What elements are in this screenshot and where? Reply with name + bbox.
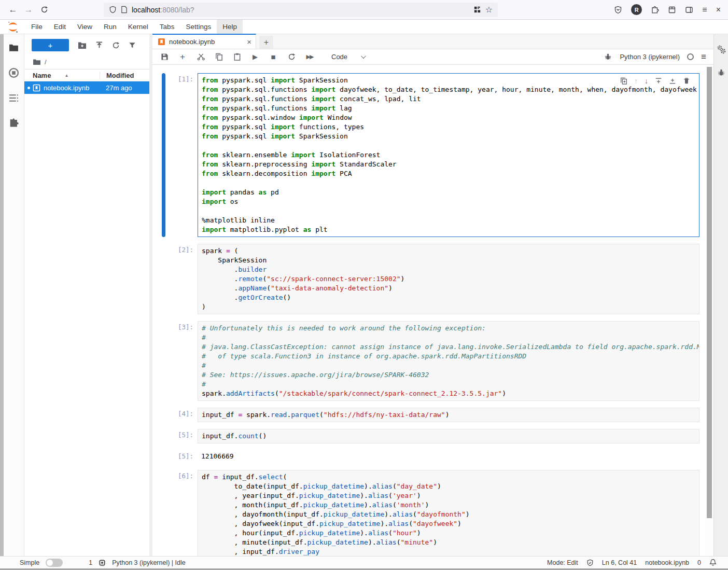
page-info-icon[interactable] (121, 6, 128, 13)
duplicate-cell-icon[interactable] (620, 77, 627, 85)
table-of-contents-icon[interactable] (9, 94, 19, 102)
save-icon[interactable] (160, 53, 169, 61)
cell-collapser[interactable] (162, 470, 165, 556)
code-editor[interactable]: input_df = spark.read.parquet("hdfs://hd… (198, 408, 699, 422)
move-cell-up-icon[interactable]: ↑ (634, 77, 638, 85)
extension-manager-icon[interactable] (9, 118, 19, 127)
code-cell: [1]:from pyspark.sql import SparkSession… (152, 73, 706, 237)
cut-cells-icon[interactable] (196, 53, 205, 61)
menu-help[interactable]: Help (217, 20, 243, 34)
menu-edit[interactable]: Edit (48, 20, 72, 34)
copy-cells-icon[interactable] (214, 53, 223, 61)
bell-icon[interactable] (709, 559, 717, 566)
cell-collapser[interactable] (162, 321, 165, 401)
code-editor[interactable]: # Unfortunately this is needed to work a… (198, 321, 699, 401)
chevron-down-icon (361, 53, 366, 59)
property-inspector-icon[interactable] (717, 45, 726, 54)
refresh-icon[interactable] (112, 41, 120, 49)
move-cell-down-icon[interactable]: ↓ (645, 77, 648, 85)
run-cell-icon[interactable]: ▶ (250, 53, 260, 61)
cell-output: 12106669 (198, 450, 699, 463)
reload-icon[interactable] (36, 3, 52, 17)
cell-collapser[interactable] (162, 450, 165, 463)
cell-collapser[interactable] (162, 73, 165, 237)
container-box-icon[interactable] (668, 6, 676, 14)
notification-count[interactable]: 0 (697, 559, 701, 566)
forward-icon[interactable]: → (21, 3, 36, 17)
app-menu-icon[interactable]: ≡ (702, 5, 707, 15)
upload-icon[interactable] (95, 41, 103, 49)
breadcrumb[interactable]: / (24, 55, 149, 69)
grid-arrow-icon[interactable] (473, 6, 481, 13)
scrollbar-thumb[interactable] (707, 67, 712, 518)
new-folder-icon[interactable] (78, 41, 87, 49)
interrupt-kernel-icon[interactable]: ■ (269, 52, 278, 61)
restart-run-all-icon[interactable]: ▶▶ (305, 53, 314, 60)
profile-avatar[interactable]: R (631, 4, 642, 15)
sort-ascending-icon: ▲ (64, 73, 68, 78)
running-kernels-icon[interactable] (8, 67, 19, 78)
column-header-name[interactable]: Name▲ (33, 72, 100, 79)
url-text[interactable]: localhost:8080/lab? (132, 6, 469, 14)
cursor-position[interactable]: Ln 6, Col 41 (602, 559, 637, 566)
browser-toolbar: ← → localhost:8080/lab? ☆ R ≡ × (0, 0, 728, 20)
simple-mode-toggle[interactable] (46, 559, 63, 567)
cell-collapser[interactable] (162, 429, 165, 443)
tab-close-icon[interactable]: × (247, 37, 251, 46)
kernel-status-text[interactable]: Python 3 (ipykernel) | Idle (112, 559, 186, 566)
paste-cells-icon[interactable] (232, 53, 242, 61)
debugger-sidebar-icon[interactable] (717, 68, 725, 77)
file-browser-panel: + / Name▲ Modified (24, 34, 152, 556)
tab-notebook[interactable]: notebook.ipynb × (152, 34, 256, 49)
pocket-icon[interactable] (614, 6, 622, 14)
code-editor[interactable]: from pyspark.sql import SparkSessionfrom… (198, 73, 699, 237)
open-file-dot (27, 87, 30, 89)
close-icon[interactable]: × (716, 5, 721, 15)
restart-kernel-icon[interactable] (287, 53, 296, 61)
code-editor[interactable]: input_df.count() (198, 429, 699, 443)
cell-collapser[interactable] (162, 408, 165, 422)
code-editor[interactable]: spark = ( SparkSession .builder .remote(… (198, 244, 699, 314)
file-row-selected[interactable]: notebook.ipynb 27m ago (24, 81, 149, 94)
bookmark-star-icon[interactable]: ☆ (485, 5, 493, 15)
menu-settings[interactable]: Settings (180, 20, 217, 34)
debugger-bug-icon[interactable] (603, 53, 612, 61)
file-browser-icon[interactable] (9, 44, 19, 52)
insert-cell-below-icon[interactable] (669, 77, 676, 85)
tab-title: notebook.ipynb (169, 38, 243, 46)
insert-cell-above-icon[interactable] (655, 77, 662, 85)
tracking-shield-icon[interactable] (109, 6, 117, 13)
new-launcher-button[interactable]: + (32, 39, 69, 51)
column-header-modified[interactable]: Modified (100, 72, 149, 79)
notebook-menu-icon[interactable]: ≡ (701, 52, 706, 62)
add-cell-icon[interactable]: + (178, 52, 187, 62)
kernel-name[interactable]: Python 3 (ipykernel) (620, 53, 680, 61)
back-icon[interactable]: ← (5, 3, 21, 17)
folder-icon (33, 59, 41, 65)
execution-count: [2]: (165, 244, 198, 314)
kernel-chip-icon[interactable] (99, 559, 106, 566)
code-cell: [3]:# Unfortunately this is needed to wo… (152, 321, 706, 401)
code-editor[interactable]: df = input_df.select( to_date(input_df.p… (198, 470, 699, 556)
notebook-tab-icon (158, 38, 165, 46)
menu-tabs[interactable]: Tabs (154, 20, 180, 34)
filter-icon[interactable] (129, 41, 136, 49)
menu-file[interactable]: File (25, 20, 48, 34)
notebook-scrollbar[interactable] (706, 65, 713, 556)
new-tab-button[interactable]: + (259, 36, 273, 49)
delete-cell-icon[interactable] (683, 77, 690, 85)
cell-type-dropdown[interactable]: Code (331, 53, 365, 61)
mode-indicator[interactable]: Mode: Edit (547, 559, 578, 566)
url-bar[interactable]: localhost:8080/lab? ☆ (104, 3, 498, 17)
menu-view[interactable]: View (72, 20, 98, 34)
notebook-cells: [1]:from pyspark.sql import SparkSession… (152, 65, 706, 556)
cell-collapser[interactable] (162, 244, 165, 314)
code-cell: [6]:df = input_df.select( to_date(input_… (152, 470, 706, 556)
cell-toolbar: ↑↓ (618, 76, 692, 86)
menu-run[interactable]: Run (98, 20, 122, 34)
extensions-icon[interactable] (651, 6, 659, 14)
kernel-status-icon[interactable] (687, 53, 694, 60)
sidebar-toggle-icon[interactable] (685, 6, 693, 14)
menu-kernel[interactable]: Kernel (122, 20, 154, 34)
trust-shield-icon[interactable] (586, 559, 594, 566)
